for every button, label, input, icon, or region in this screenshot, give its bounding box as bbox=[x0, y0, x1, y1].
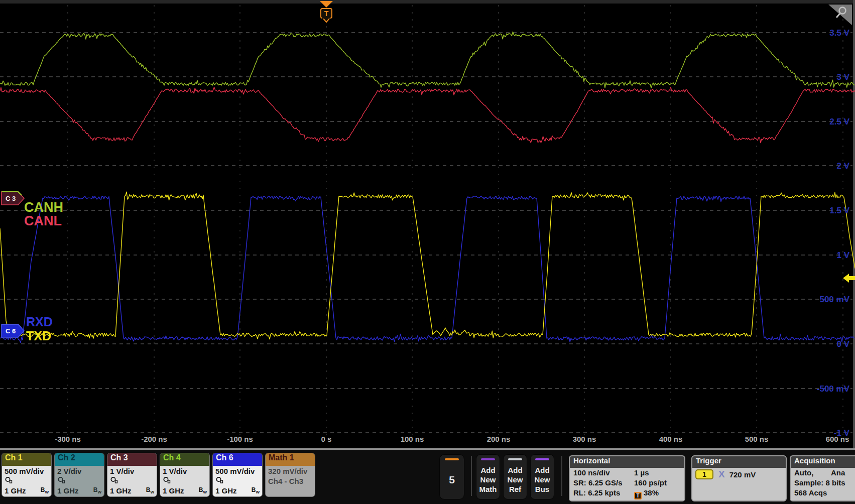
channel-scale: 500 mV/div bbox=[5, 466, 49, 476]
horizontal-record-length: RL: 6.25 kpts bbox=[573, 488, 620, 497]
volt-axis-label: 500 mV bbox=[819, 295, 849, 304]
time-axis-label: -100 ns bbox=[227, 435, 253, 443]
horizontal-sample-rate: SR: 6.25 GS/s bbox=[573, 478, 623, 487]
bandwidth-limit-icon: BW bbox=[199, 486, 207, 494]
button-label: Add bbox=[535, 465, 550, 475]
channel-bandwidth: 1 GHz bbox=[5, 486, 26, 495]
trigger-level-value: 720 mV bbox=[729, 470, 756, 479]
horizontal-resolution: 160 ps/pt bbox=[634, 478, 667, 487]
results-drawer-handle[interactable]: 5 bbox=[439, 454, 464, 499]
math-expression: Ch4 - Ch3 bbox=[268, 476, 312, 486]
channel-badge-ch4[interactable]: Ch 4 1 V/div 1 GHz BW bbox=[160, 453, 210, 497]
top-edge-strip bbox=[0, 0, 855, 4]
volt-axis-label: -500 mV bbox=[817, 384, 850, 394]
acquisition-panel-title: Acquisition bbox=[791, 456, 855, 468]
probe-icon bbox=[163, 476, 172, 484]
bandwidth-limit-icon: BW bbox=[93, 486, 101, 494]
volt-axis-label: 2 V bbox=[836, 161, 849, 171]
channel-bandwidth: 1 GHz bbox=[57, 486, 79, 495]
button-label: Add bbox=[508, 465, 523, 475]
time-axis-label: 300 ns bbox=[573, 435, 596, 443]
horizontal-panel-title: Horizontal bbox=[570, 456, 684, 468]
probe-icon bbox=[110, 476, 119, 484]
oscilloscope-screen: 3.5 V3 V2.5 V2 V1.5 V1 V500 mV0 V-500 mV… bbox=[0, 0, 855, 504]
time-axis-label: 500 ns bbox=[745, 435, 769, 443]
channel-scale: 1 V/div bbox=[110, 466, 154, 476]
channel-scale: 500 mV/div bbox=[215, 466, 260, 476]
graticule-background bbox=[0, 0, 855, 449]
button-label: New bbox=[479, 475, 497, 484]
bandwidth-limit-icon: BW bbox=[146, 486, 154, 494]
trigger-panel[interactable]: Trigger 1X720 mV bbox=[691, 455, 787, 501]
horizontal-panel[interactable]: Horizontal 100 ns/div 1 µs SR: 6.25 GS/s… bbox=[569, 455, 685, 501]
add-new-math-button[interactable]: Add New Math bbox=[476, 454, 500, 499]
button-label: Ref bbox=[508, 484, 523, 494]
bandwidth-limit-icon: BW bbox=[41, 486, 49, 494]
time-axis-label: 100 ns bbox=[401, 435, 424, 443]
volt-axis-label: 1 V bbox=[836, 250, 849, 260]
channel-bandwidth: 1 GHz bbox=[110, 486, 132, 495]
acquisition-count: 568 Acqs bbox=[794, 488, 827, 497]
volt-axis-label: 1.5 V bbox=[829, 206, 849, 215]
toolbar-separator bbox=[471, 456, 472, 496]
math-badge-title: Math 1 bbox=[266, 453, 315, 466]
right-edge-strip bbox=[853, 0, 855, 449]
channel-badge-ch3[interactable]: Ch 3 1 V/div 1 GHz BW bbox=[107, 453, 157, 497]
channel-bandwidth: 1 GHz bbox=[163, 486, 184, 495]
toolbar-separator bbox=[561, 456, 562, 496]
probe-icon bbox=[57, 476, 66, 484]
button-label: New bbox=[508, 475, 523, 484]
time-axis-label: -300 ns bbox=[55, 435, 81, 443]
waveform-label-rxd: RXD bbox=[26, 315, 53, 329]
horizontal-window: 1 µs bbox=[634, 468, 649, 477]
add-new-bus-button[interactable]: Add New Bus bbox=[530, 454, 554, 499]
waveform-label-txd: TXD bbox=[26, 329, 51, 343]
time-axis-label: 0 s bbox=[321, 435, 332, 443]
button-label: New bbox=[535, 475, 550, 484]
trigger-panel-title: Trigger bbox=[692, 456, 786, 468]
channel-scale: 2 V/div bbox=[57, 466, 101, 476]
svg-text:C 3: C 3 bbox=[6, 195, 16, 202]
volt-axis-label: 3.5 V bbox=[829, 28, 849, 38]
either-edge-trigger-icon: X bbox=[718, 469, 725, 479]
acquisition-panel[interactable]: Acquisition Auto, Ana Sample: 8 bits 568… bbox=[790, 455, 855, 501]
channel-badge-title: Ch 2 bbox=[55, 453, 104, 466]
waveform-display[interactable]: 3.5 V3 V2.5 V2 V1.5 V1 V500 mV0 V-500 mV… bbox=[0, 0, 855, 449]
channel-badge-title: Ch 4 bbox=[160, 453, 209, 466]
channel-bandwidth: 1 GHz bbox=[215, 486, 237, 495]
channel-badge-title: Ch 1 bbox=[2, 453, 51, 466]
bandwidth-limit-icon: BW bbox=[252, 486, 260, 494]
drawer-count: 5 bbox=[449, 460, 455, 499]
volt-axis-label: 0 V bbox=[836, 339, 849, 349]
trigger-source-badge: 1 bbox=[695, 469, 713, 479]
button-label: Math bbox=[479, 484, 497, 494]
waveform-label-canh: CANH bbox=[24, 200, 63, 215]
horizontal-trigger-position: T38% bbox=[634, 488, 659, 499]
waveform-label-canl: CANL bbox=[24, 213, 62, 228]
time-axis-label: 400 ns bbox=[659, 435, 683, 443]
time-axis-label: 200 ns bbox=[487, 435, 511, 443]
channel-badge-ch2[interactable]: Ch 2 2 V/div 1 GHz BW bbox=[54, 453, 104, 497]
trigger-position-icon: T bbox=[634, 492, 642, 499]
volt-axis-label: 2.5 V bbox=[829, 117, 849, 127]
button-label: Add bbox=[479, 465, 497, 475]
channel-badge-title: Ch 3 bbox=[107, 453, 157, 466]
acquisition-sample-bits: Sample: 8 bits bbox=[794, 478, 845, 487]
channel-scale: 1 V/div bbox=[163, 466, 207, 476]
probe-icon bbox=[5, 476, 14, 484]
add-new-ref-button[interactable]: Add New Ref bbox=[503, 454, 527, 499]
acquisition-mode-right: Ana bbox=[831, 468, 845, 477]
horizontal-scale: 100 ns/div bbox=[573, 468, 610, 477]
svg-text:C 6: C 6 bbox=[6, 327, 16, 335]
acquisition-mode: Auto, bbox=[794, 468, 813, 477]
time-axis-label: -200 ns bbox=[141, 435, 167, 443]
math-badge[interactable]: Math 1 320 mV/div Ch4 - Ch3 bbox=[265, 453, 315, 497]
volt-axis-label: 3 V bbox=[836, 72, 849, 82]
button-label: Bus bbox=[535, 484, 550, 494]
math-scale: 320 mV/div bbox=[268, 466, 312, 476]
channel-badge-title: Ch 6 bbox=[213, 453, 262, 466]
settings-bar: Ch 1 500 mV/div 1 GHz BW Ch 2 2 V/div 1 … bbox=[0, 450, 855, 504]
channel-badge-ch1[interactable]: Ch 1 500 mV/div 1 GHz BW bbox=[2, 453, 52, 497]
svg-text:T: T bbox=[324, 10, 329, 18]
channel-badge-ch6[interactable]: Ch 6 500 mV/div 1 GHz BW bbox=[212, 453, 263, 497]
